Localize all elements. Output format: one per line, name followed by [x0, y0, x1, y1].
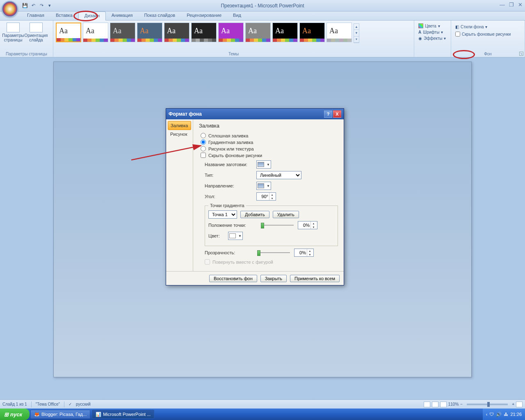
theme-item[interactable]: Aa: [245, 23, 271, 42]
spellcheck-icon[interactable]: ✓: [68, 402, 72, 406]
theme-item[interactable]: Aa: [137, 23, 162, 42]
spin-down-icon[interactable]: ▼: [269, 196, 275, 200]
themes-more-icon[interactable]: ▾: [354, 37, 359, 43]
dialog-nav: Заливка Рисунок: [166, 119, 193, 271]
tab-animation[interactable]: Анимация: [106, 11, 139, 20]
themes-up-icon[interactable]: ▲: [354, 24, 359, 30]
apply-all-button[interactable]: Применить ко всем: [290, 275, 340, 282]
dialog-title: Формат фона: [169, 111, 202, 117]
taskbar-item[interactable]: 📊Microsoft PowerPoint ...: [92, 410, 154, 419]
zoom-in-icon[interactable]: +: [512, 402, 514, 406]
restore-button[interactable]: ❐: [509, 2, 514, 8]
group-page-setup: Параметры страницы Ориентация слайда Пар…: [0, 21, 53, 57]
add-stop-button[interactable]: Добавить: [240, 211, 269, 218]
transparency-slider[interactable]: [257, 249, 290, 256]
minimize-button[interactable]: —: [500, 2, 505, 8]
tray-icon[interactable]: 🖧: [504, 412, 508, 417]
stop-position-slider[interactable]: [261, 222, 294, 228]
themes-down-icon[interactable]: ▼: [354, 30, 359, 36]
angle-spinner[interactable]: ▲▼: [256, 192, 276, 201]
group-background: ◧Стили фона ▾ Скрыть фоновые рисунки Фон…: [451, 21, 525, 57]
tray-expand-icon[interactable]: ‹: [486, 412, 488, 417]
colors-button[interactable]: Цвета ▾: [417, 23, 448, 29]
theme-item[interactable]: Aa: [218, 23, 244, 42]
stop-position-spinner[interactable]: ▲▼: [298, 221, 317, 229]
nav-fill[interactable]: Заливка: [168, 121, 191, 130]
powerpoint-icon: 📊: [96, 412, 101, 417]
themes-scroll: ▲ ▼ ▾: [354, 23, 359, 43]
taskbar-item[interactable]: 🦊Blogger: Picasa, Гад...: [30, 410, 90, 419]
close-dialog-button[interactable]: Закрыть: [260, 275, 287, 282]
theme-item[interactable]: Aa: [272, 23, 298, 42]
orientation-icon: [30, 23, 43, 32]
tab-home[interactable]: Главная: [21, 11, 50, 20]
qat-dropdown-icon[interactable]: ▾: [46, 2, 53, 9]
view-slideshow-button[interactable]: [440, 402, 447, 407]
stop-select[interactable]: Точка 1: [208, 210, 237, 219]
undo-icon[interactable]: ↶: [30, 2, 37, 9]
nav-picture[interactable]: Рисунок: [168, 130, 191, 138]
theme-item[interactable]: Aa: [164, 23, 189, 42]
close-button[interactable]: ✕: [518, 2, 523, 8]
group-label-background: Фон: [451, 52, 525, 56]
radio-gradient[interactable]: [201, 139, 206, 145]
type-select[interactable]: Линейный: [256, 171, 301, 179]
ribbon: Параметры страницы Ориентация слайда Пар…: [0, 21, 525, 57]
dialog-close-button[interactable]: X: [333, 110, 341, 118]
theme-item[interactable]: Aa: [56, 23, 81, 42]
tab-slideshow[interactable]: Показ слайдов: [138, 11, 181, 20]
status-lang[interactable]: русский: [76, 402, 91, 406]
format-background-dialog: Формат фона ? X Заливка Рисунок Заливка …: [166, 108, 344, 285]
group-label-themes: Темы: [53, 52, 414, 56]
dialog-titlebar[interactable]: Формат фона ? X: [166, 109, 344, 119]
check-hide-bg[interactable]: [201, 153, 206, 158]
preset-dropdown[interactable]: ▼: [256, 160, 271, 169]
spin-up-icon[interactable]: ▲: [269, 193, 275, 196]
view-sorter-button[interactable]: [432, 402, 438, 407]
window-title: Презентация1 - Microsoft PowerPoint: [221, 3, 304, 9]
theme-item[interactable]: Aa: [110, 23, 135, 42]
radio-solid[interactable]: [201, 133, 206, 138]
tab-design[interactable]: Дизайн: [78, 11, 106, 21]
fonts-button[interactable]: AШрифты ▾: [417, 29, 448, 35]
start-button[interactable]: ⊞пуск: [0, 409, 30, 420]
theme-item[interactable]: Aa: [299, 23, 325, 42]
group-launcher-icon[interactable]: ↘: [519, 52, 523, 56]
windows-icon: ⊞: [4, 411, 9, 418]
background-styles-button[interactable]: ◧Стили фона ▾: [454, 23, 522, 30]
remove-stop-button[interactable]: Удалить: [273, 211, 299, 218]
tray-icon[interactable]: 🔊: [496, 412, 502, 417]
clock[interactable]: 21:26: [510, 412, 522, 417]
tray-icon[interactable]: 🛡: [489, 412, 494, 417]
save-icon[interactable]: 💾: [21, 2, 29, 9]
redo-icon[interactable]: ↷: [38, 2, 45, 9]
office-button[interactable]: [2, 1, 18, 17]
view-normal-button[interactable]: [424, 402, 430, 407]
zoom-level[interactable]: 110%: [448, 402, 459, 406]
gradient-stops-fieldset: Точки градиента Точка 1 Добавить Удалить…: [205, 203, 338, 246]
direction-dropdown[interactable]: ▼: [256, 182, 271, 190]
theme-item[interactable]: Aa: [83, 23, 108, 42]
group-themes: Aa Aa Aa Aa Aa Aa Aa Aa Aa Aa Aa ▲ ▼ ▾ Т…: [53, 21, 414, 57]
tab-review[interactable]: Рецензирование: [181, 11, 227, 20]
reset-button[interactable]: Восстановить фон: [209, 275, 257, 282]
fit-button[interactable]: [516, 402, 523, 407]
firefox-icon: 🦊: [34, 412, 40, 417]
rotate-with-shape-check: [205, 259, 210, 265]
dialog-help-button[interactable]: ?: [324, 110, 332, 118]
tab-view[interactable]: Вид: [227, 11, 247, 20]
page-setup-button[interactable]: Параметры страницы: [2, 22, 24, 43]
theme-item[interactable]: Aa: [191, 23, 217, 42]
hide-bg-checkbox[interactable]: Скрыть фоновые рисунки: [454, 30, 522, 38]
zoom-slider[interactable]: [467, 404, 508, 405]
tab-insert[interactable]: Вставка: [50, 11, 78, 20]
transparency-spinner[interactable]: ▲▼: [294, 249, 314, 257]
theme-item[interactable]: Aa: [326, 23, 352, 42]
radio-picture[interactable]: [201, 146, 206, 151]
orientation-button[interactable]: Ориентация слайда: [25, 22, 47, 43]
effects-button[interactable]: ◉Эффекты ▾: [417, 35, 448, 41]
transparency-label: Прозрачность:: [205, 250, 253, 255]
zoom-out-icon[interactable]: −: [460, 402, 463, 406]
gradstops-legend: Точки градиента: [208, 203, 246, 208]
color-dropdown[interactable]: ▼: [228, 232, 243, 240]
